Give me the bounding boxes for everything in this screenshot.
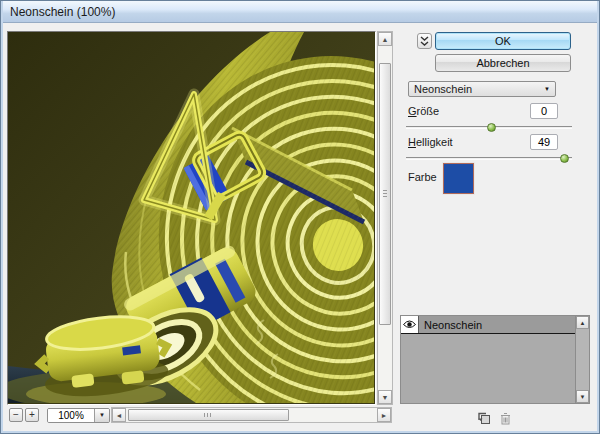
scroll-left-icon[interactable]: ◄ xyxy=(112,408,126,422)
preview-horizontal-scrollbar[interactable]: ◄ ► xyxy=(111,407,392,423)
title-bar[interactable]: Neonschein (100%) xyxy=(1,1,599,23)
zoom-out-button[interactable]: − xyxy=(9,408,23,422)
size-label: Größe xyxy=(408,105,528,117)
chevron-down-icon[interactable]: ▼ xyxy=(94,409,109,422)
effect-layers-rows: Neonschein xyxy=(401,316,575,403)
window-title: Neonschein (100%) xyxy=(10,5,115,19)
scroll-up-icon[interactable]: ▲ xyxy=(576,316,589,329)
effect-layers-list: Neonschein ▲ ▼ xyxy=(400,315,590,404)
double-chevron-down-icon xyxy=(420,36,429,47)
brightness-label: Helligkeit xyxy=(408,136,528,148)
color-label: Farbe xyxy=(408,171,437,183)
size-input[interactable] xyxy=(530,103,558,119)
effect-layer-name: Neonschein xyxy=(419,319,482,331)
zoom-level-dropdown[interactable]: 100% ▼ xyxy=(47,408,110,423)
eye-icon xyxy=(403,320,416,329)
effects-toolbar xyxy=(399,409,591,427)
ok-button[interactable]: OK xyxy=(435,32,571,50)
new-effect-layer-icon xyxy=(478,412,491,425)
cancel-button[interactable]: Abbrechen xyxy=(435,54,571,72)
preview-area: ▲ ▼ − + 100% ▼ ◄ ► xyxy=(7,31,393,422)
filter-dialog-window: Neonschein (100%) xyxy=(0,0,600,434)
preview-image[interactable] xyxy=(8,32,374,403)
scroll-up-icon[interactable]: ▲ xyxy=(378,32,392,46)
scroll-down-icon[interactable]: ▼ xyxy=(576,390,589,403)
collapse-panel-button[interactable] xyxy=(417,33,432,49)
settings-panel: OK Abbrechen Neonschein ▼ Größe Helligke… xyxy=(399,31,595,431)
preview-viewport[interactable] xyxy=(7,31,376,405)
effect-layer-row[interactable]: Neonschein xyxy=(401,316,575,334)
delete-effect-layer-button[interactable] xyxy=(499,411,513,425)
visibility-toggle[interactable] xyxy=(401,316,419,333)
filter-select-value: Neonschein xyxy=(409,83,539,95)
chevron-down-icon: ▼ xyxy=(539,86,555,92)
filter-select[interactable]: Neonschein ▼ xyxy=(408,81,556,97)
size-slider[interactable] xyxy=(406,126,572,129)
hscroll-track[interactable] xyxy=(126,408,377,422)
trash-icon xyxy=(500,412,511,425)
brightness-input[interactable] xyxy=(530,134,558,150)
preview-vertical-scrollbar[interactable]: ▲ ▼ xyxy=(377,31,393,405)
brightness-slider[interactable] xyxy=(406,157,572,160)
zoom-controls: − + 100% ▼ xyxy=(9,407,116,423)
new-effect-layer-button[interactable] xyxy=(478,411,492,425)
vscroll-track[interactable] xyxy=(378,46,392,390)
vscroll-thumb[interactable] xyxy=(379,63,391,324)
brightness-slider-thumb[interactable] xyxy=(560,154,569,163)
hscroll-thumb[interactable] xyxy=(128,409,289,421)
zoom-level-value: 100% xyxy=(48,409,94,422)
size-slider-thumb[interactable] xyxy=(487,123,496,132)
effects-scrollbar[interactable]: ▲ ▼ xyxy=(575,316,589,403)
zoom-in-button[interactable]: + xyxy=(25,408,39,422)
scroll-down-icon[interactable]: ▼ xyxy=(378,390,392,404)
color-swatch[interactable] xyxy=(443,163,474,194)
dialog-body: ▲ ▼ − + 100% ▼ ◄ ► xyxy=(4,23,598,432)
scroll-right-icon[interactable]: ► xyxy=(377,408,391,422)
